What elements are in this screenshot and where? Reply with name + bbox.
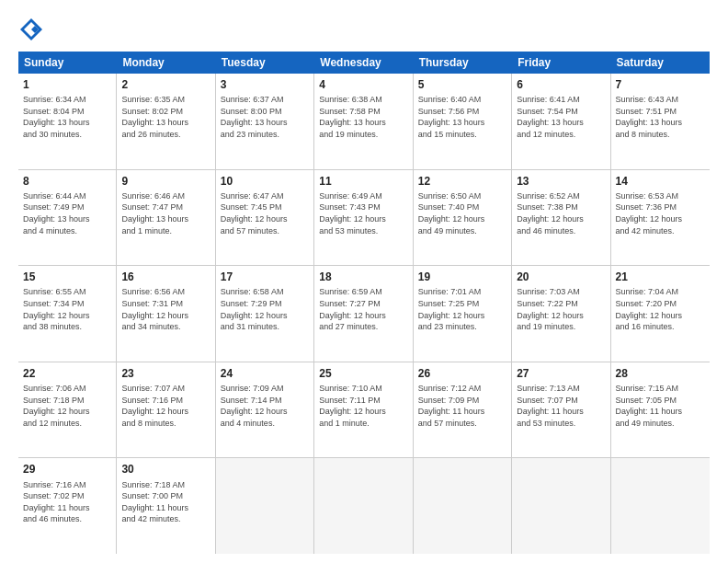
day-number: 20 — [517, 270, 605, 284]
day-info: Sunrise: 6:47 AM Sunset: 7:45 PM Dayligh… — [221, 190, 309, 236]
calendar-cell-12: 12Sunrise: 6:50 AM Sunset: 7:40 PM Dayli… — [414, 170, 512, 266]
day-info: Sunrise: 6:46 AM Sunset: 7:47 PM Dayligh… — [121, 190, 210, 236]
day-number: 23 — [121, 366, 210, 381]
calendar-row-5: 29Sunrise: 7:16 AM Sunset: 7:02 PM Dayli… — [18, 458, 710, 554]
calendar-header: SundayMondayTuesdayWednesdayThursdayFrid… — [18, 52, 710, 74]
day-number: 9 — [121, 174, 210, 189]
calendar-cell-27: 27Sunrise: 7:13 AM Sunset: 7:07 PM Dayli… — [512, 362, 610, 458]
day-info: Sunrise: 6:56 AM Sunset: 7:31 PM Dayligh… — [121, 286, 210, 332]
calendar-cell-14: 14Sunrise: 6:53 AM Sunset: 7:36 PM Dayli… — [611, 170, 710, 266]
day-number: 14 — [616, 174, 705, 189]
day-number: 24 — [221, 366, 309, 381]
calendar-cell-17: 17Sunrise: 6:58 AM Sunset: 7:29 PM Dayli… — [216, 266, 314, 362]
calendar-cell-16: 16Sunrise: 6:56 AM Sunset: 7:31 PM Dayli… — [117, 266, 215, 362]
day-info: Sunrise: 6:50 AM Sunset: 7:40 PM Dayligh… — [418, 190, 506, 236]
logo-icon — [18, 17, 44, 42]
day-number: 15 — [23, 270, 111, 284]
weekday-header-thursday: Thursday — [414, 52, 512, 74]
calendar-body: 1Sunrise: 6:34 AM Sunset: 8:04 PM Daylig… — [18, 74, 710, 554]
calendar-cell-6: 6Sunrise: 6:41 AM Sunset: 7:54 PM Daylig… — [512, 74, 610, 169]
weekday-header-wednesday: Wednesday — [314, 52, 413, 74]
calendar-cell-20: 20Sunrise: 7:03 AM Sunset: 7:22 PM Dayli… — [512, 266, 610, 362]
calendar-cell-28: 28Sunrise: 7:15 AM Sunset: 7:05 PM Dayli… — [611, 362, 710, 458]
calendar-cell-18: 18Sunrise: 6:59 AM Sunset: 7:27 PM Dayli… — [314, 266, 413, 362]
day-info: Sunrise: 7:16 AM Sunset: 7:02 PM Dayligh… — [23, 479, 111, 525]
page: SundayMondayTuesdayWednesdayThursdayFrid… — [0, 0, 728, 563]
day-info: Sunrise: 6:59 AM Sunset: 7:27 PM Dayligh… — [319, 286, 407, 332]
calendar-row-2: 8Sunrise: 6:44 AM Sunset: 7:49 PM Daylig… — [18, 170, 710, 267]
day-number: 11 — [319, 174, 407, 189]
day-number: 12 — [418, 174, 506, 189]
day-number: 7 — [616, 77, 705, 92]
calendar-cell-8: 8Sunrise: 6:44 AM Sunset: 7:49 PM Daylig… — [18, 170, 117, 266]
calendar-cell-26: 26Sunrise: 7:12 AM Sunset: 7:09 PM Dayli… — [414, 362, 512, 458]
calendar-cell-5: 5Sunrise: 6:40 AM Sunset: 7:56 PM Daylig… — [414, 74, 512, 169]
calendar-cell-9: 9Sunrise: 6:46 AM Sunset: 7:47 PM Daylig… — [117, 170, 215, 266]
day-info: Sunrise: 6:35 AM Sunset: 8:02 PM Dayligh… — [121, 94, 210, 140]
calendar-cell-3: 3Sunrise: 6:37 AM Sunset: 8:00 PM Daylig… — [216, 74, 314, 169]
day-number: 29 — [23, 462, 111, 477]
calendar-cell-empty-4-3 — [314, 458, 413, 554]
calendar-cell-23: 23Sunrise: 7:07 AM Sunset: 7:16 PM Dayli… — [117, 362, 215, 458]
calendar-cell-empty-4-2 — [216, 458, 314, 554]
day-info: Sunrise: 6:37 AM Sunset: 8:00 PM Dayligh… — [221, 94, 309, 140]
day-number: 18 — [319, 270, 407, 284]
day-number: 10 — [221, 174, 309, 189]
calendar-cell-15: 15Sunrise: 6:55 AM Sunset: 7:34 PM Dayli… — [18, 266, 117, 362]
calendar-row-4: 22Sunrise: 7:06 AM Sunset: 7:18 PM Dayli… — [18, 362, 710, 459]
day-number: 19 — [418, 270, 506, 284]
calendar-cell-19: 19Sunrise: 7:01 AM Sunset: 7:25 PM Dayli… — [414, 266, 512, 362]
calendar-cell-empty-4-5 — [512, 458, 610, 554]
weekday-header-tuesday: Tuesday — [216, 52, 314, 74]
day-info: Sunrise: 7:06 AM Sunset: 7:18 PM Dayligh… — [23, 383, 111, 429]
day-number: 5 — [418, 77, 506, 92]
day-number: 13 — [517, 174, 605, 189]
calendar-cell-13: 13Sunrise: 6:52 AM Sunset: 7:38 PM Dayli… — [512, 170, 610, 266]
day-number: 28 — [616, 366, 705, 381]
calendar-row-3: 15Sunrise: 6:55 AM Sunset: 7:34 PM Dayli… — [18, 266, 710, 362]
calendar-cell-24: 24Sunrise: 7:09 AM Sunset: 7:14 PM Dayli… — [216, 362, 314, 458]
day-number: 8 — [23, 174, 111, 189]
weekday-header-monday: Monday — [117, 52, 215, 74]
calendar-cell-empty-4-6 — [611, 458, 710, 554]
day-info: Sunrise: 6:55 AM Sunset: 7:34 PM Dayligh… — [23, 286, 111, 332]
day-info: Sunrise: 7:12 AM Sunset: 7:09 PM Dayligh… — [418, 383, 506, 429]
day-info: Sunrise: 7:09 AM Sunset: 7:14 PM Dayligh… — [221, 383, 309, 429]
calendar-cell-empty-4-4 — [414, 458, 512, 554]
calendar-row-1: 1Sunrise: 6:34 AM Sunset: 8:04 PM Daylig… — [18, 74, 710, 170]
day-info: Sunrise: 6:41 AM Sunset: 7:54 PM Dayligh… — [517, 94, 605, 140]
calendar-cell-2: 2Sunrise: 6:35 AM Sunset: 8:02 PM Daylig… — [117, 74, 215, 169]
day-info: Sunrise: 6:40 AM Sunset: 7:56 PM Dayligh… — [418, 94, 506, 140]
day-number: 3 — [221, 77, 309, 92]
calendar-cell-29: 29Sunrise: 7:16 AM Sunset: 7:02 PM Dayli… — [18, 458, 117, 554]
day-info: Sunrise: 7:10 AM Sunset: 7:11 PM Dayligh… — [319, 383, 407, 429]
day-info: Sunrise: 6:53 AM Sunset: 7:36 PM Dayligh… — [616, 190, 705, 236]
calendar-cell-30: 30Sunrise: 7:18 AM Sunset: 7:00 PM Dayli… — [117, 458, 215, 554]
calendar: SundayMondayTuesdayWednesdayThursdayFrid… — [18, 52, 710, 554]
calendar-cell-11: 11Sunrise: 6:49 AM Sunset: 7:43 PM Dayli… — [314, 170, 413, 266]
day-number: 16 — [121, 270, 210, 284]
day-info: Sunrise: 7:04 AM Sunset: 7:20 PM Dayligh… — [616, 286, 705, 332]
calendar-cell-7: 7Sunrise: 6:43 AM Sunset: 7:51 PM Daylig… — [611, 74, 710, 169]
day-number: 17 — [221, 270, 309, 284]
day-info: Sunrise: 7:18 AM Sunset: 7:00 PM Dayligh… — [121, 479, 210, 525]
day-info: Sunrise: 7:15 AM Sunset: 7:05 PM Dayligh… — [616, 383, 705, 429]
calendar-cell-1: 1Sunrise: 6:34 AM Sunset: 8:04 PM Daylig… — [18, 74, 117, 169]
day-number: 22 — [23, 366, 111, 381]
weekday-header-sunday: Sunday — [18, 52, 117, 74]
weekday-header-friday: Friday — [512, 52, 610, 74]
day-info: Sunrise: 7:07 AM Sunset: 7:16 PM Dayligh… — [121, 383, 210, 429]
day-number: 27 — [517, 366, 605, 381]
header — [18, 17, 710, 42]
day-number: 4 — [319, 77, 407, 92]
day-number: 1 — [23, 77, 111, 92]
calendar-cell-22: 22Sunrise: 7:06 AM Sunset: 7:18 PM Dayli… — [18, 362, 117, 458]
day-info: Sunrise: 7:01 AM Sunset: 7:25 PM Dayligh… — [418, 286, 506, 332]
day-info: Sunrise: 6:38 AM Sunset: 7:58 PM Dayligh… — [319, 94, 407, 140]
day-number: 25 — [319, 366, 407, 381]
day-info: Sunrise: 6:52 AM Sunset: 7:38 PM Dayligh… — [517, 190, 605, 236]
day-number: 6 — [517, 77, 605, 92]
day-info: Sunrise: 6:58 AM Sunset: 7:29 PM Dayligh… — [221, 286, 309, 332]
day-info: Sunrise: 6:43 AM Sunset: 7:51 PM Dayligh… — [616, 94, 705, 140]
calendar-cell-4: 4Sunrise: 6:38 AM Sunset: 7:58 PM Daylig… — [314, 74, 413, 169]
